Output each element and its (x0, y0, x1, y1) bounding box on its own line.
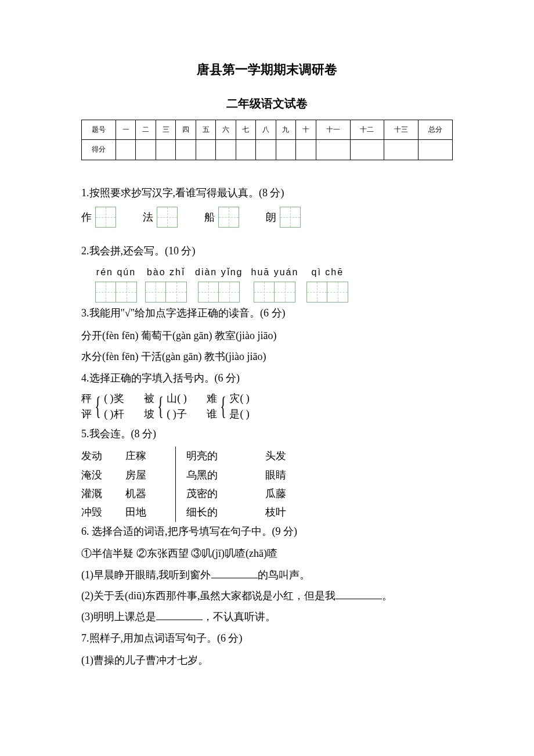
q3-line: 分开(fèn fēn) 葡萄干(gàn gān) 教室(jiào jiāo) (81, 326, 453, 345)
score-header: 一 (116, 120, 135, 140)
q6-segment: ，不认真听讲。 (203, 611, 276, 622)
q6-segment: 。 (382, 590, 392, 602)
score-cell[interactable] (418, 140, 453, 160)
score-cell[interactable] (316, 140, 350, 160)
q5-word: 灌溉 (81, 484, 116, 503)
q5-word: 茂密的 (186, 484, 233, 503)
score-cell[interactable] (196, 140, 215, 160)
q1-char: 朗 (266, 208, 276, 226)
writing-grid-box[interactable] (254, 282, 275, 303)
q5-text: 5.我会连。(8 分) (81, 424, 453, 443)
q6-segment: (1)早晨睁开眼睛,我听到窗外 (81, 569, 211, 581)
q1-text: 1.按照要求抄写汉字,看谁写得最认真。(8 分) (81, 183, 453, 202)
score-cell[interactable] (176, 140, 196, 160)
q4-char: 评 (81, 406, 92, 422)
score-header: 四 (176, 120, 196, 140)
brace-icon: { (157, 394, 164, 419)
q1-char: 法 (143, 208, 153, 226)
writing-grid-box[interactable] (116, 282, 137, 303)
q5-word: 枝叶 (265, 503, 300, 521)
q3-text: 3.我能用"√"给加点字选择正确的读音。(6 分) (81, 304, 453, 322)
score-header: 七 (236, 120, 255, 140)
q4-option: ( )子 (167, 406, 187, 422)
score-cell[interactable] (276, 140, 295, 160)
page-title: 唐县第一学期期末调研卷 (81, 58, 453, 81)
score-header: 八 (256, 120, 276, 140)
q5-content: 发动 淹没 灌溉 冲毁 庄稼 房屋 机器 田地 明亮的 乌黑的 茂密的 细长的 … (81, 447, 453, 522)
writing-grid-box[interactable] (157, 207, 178, 228)
score-header: 十二 (350, 120, 384, 140)
score-header: 九 (276, 120, 295, 140)
brace-icon: { (221, 394, 227, 419)
score-cell[interactable] (256, 140, 276, 160)
q4-option: 灾( ) (229, 391, 250, 406)
q5-word: 房屋 (125, 466, 160, 484)
score-header: 十一 (316, 120, 350, 140)
score-cell[interactable] (136, 140, 156, 160)
fill-blank[interactable] (335, 589, 382, 599)
q6-line1: (1)早晨睁开眼睛,我听到窗外的鸟叫声。 (81, 566, 453, 584)
q4-option: ( )杆 (104, 406, 124, 422)
q4-option: ( )奖 (104, 391, 124, 406)
score-cell[interactable] (116, 140, 135, 160)
q6-options: ①半信半疑 ②东张西望 ③叽(jī)叽喳(zhā)喳 (81, 544, 453, 563)
pinyin-label: bào zhǐ (147, 264, 185, 281)
q2-pinyin-row: rén qún bào zhǐ diàn yǐng huā yuán qì ch… (81, 264, 453, 303)
writing-grid-box[interactable] (219, 282, 240, 303)
q7-text: 7.照样子,用加点词语写句子。(6 分) (81, 629, 453, 647)
writing-grid-box[interactable] (275, 282, 295, 303)
score-table: 题号 一 二 三 四 五 六 七 八 九 十 十一 十二 十三 总分 得分 (81, 120, 453, 160)
q4-char: 难 (207, 391, 217, 406)
score-cell[interactable] (216, 140, 236, 160)
q4-char: 秤 (81, 391, 92, 406)
score-header: 六 (216, 120, 236, 140)
writing-grid-box[interactable] (198, 282, 219, 303)
score-header: 十三 (384, 120, 418, 140)
q6-segment: (2)关于丢(diū)东西那件事,虽然大家都说是小红，但是我 (81, 590, 335, 602)
q1-char: 作 (81, 208, 92, 226)
writing-grid-box[interactable] (166, 282, 187, 303)
writing-grid-box[interactable] (95, 282, 116, 303)
fill-blank[interactable] (156, 610, 203, 620)
pinyin-label: qì chē (312, 264, 344, 281)
q4-char: 被 (144, 391, 154, 406)
q5-word: 明亮的 (186, 447, 233, 465)
q4-option: 山( ) (167, 391, 187, 406)
q5-word: 瓜藤 (265, 484, 300, 503)
pinyin-label: huā yuán (251, 264, 299, 281)
score-cell[interactable] (350, 140, 384, 160)
score-header: 题号 (82, 120, 116, 140)
score-header: 二 (136, 120, 156, 140)
writing-grid-box[interactable] (218, 207, 239, 228)
q1-char: 船 (204, 208, 215, 226)
q4-char: 坡 (144, 406, 154, 422)
score-header: 总分 (418, 120, 453, 140)
writing-grid-box[interactable] (327, 282, 348, 303)
q5-word: 庄稼 (125, 447, 160, 465)
q5-word: 乌黑的 (186, 466, 233, 484)
score-header: 五 (196, 120, 215, 140)
writing-grid-box[interactable] (306, 282, 327, 303)
brace-icon: { (95, 394, 101, 419)
writing-grid-box[interactable] (95, 207, 116, 228)
vertical-divider (175, 447, 176, 522)
pinyin-label: diàn yǐng (195, 264, 243, 281)
fill-blank[interactable] (211, 568, 258, 578)
score-cell[interactable] (384, 140, 418, 160)
score-header: 十 (296, 120, 316, 140)
score-cell[interactable] (296, 140, 316, 160)
q5-word: 头发 (265, 447, 300, 465)
q5-word: 冲毁 (81, 503, 116, 521)
q5-word: 田地 (125, 503, 160, 521)
q5-word: 细长的 (186, 503, 233, 521)
score-cell[interactable] (236, 140, 255, 160)
q4-char: 谁 (207, 406, 217, 422)
q5-word: 机器 (125, 484, 160, 503)
q2-text: 2.我会拼,还会写。(10 分) (81, 242, 453, 260)
q6-segment: 的鸟叫声。 (258, 569, 310, 581)
writing-grid-box[interactable] (280, 207, 301, 228)
writing-grid-box[interactable] (145, 282, 166, 303)
q6-line3: (3)明明上课总是，不认真听讲。 (81, 607, 453, 626)
score-cell[interactable] (156, 140, 175, 160)
page-subtitle: 二年级语文试卷 (81, 93, 453, 114)
